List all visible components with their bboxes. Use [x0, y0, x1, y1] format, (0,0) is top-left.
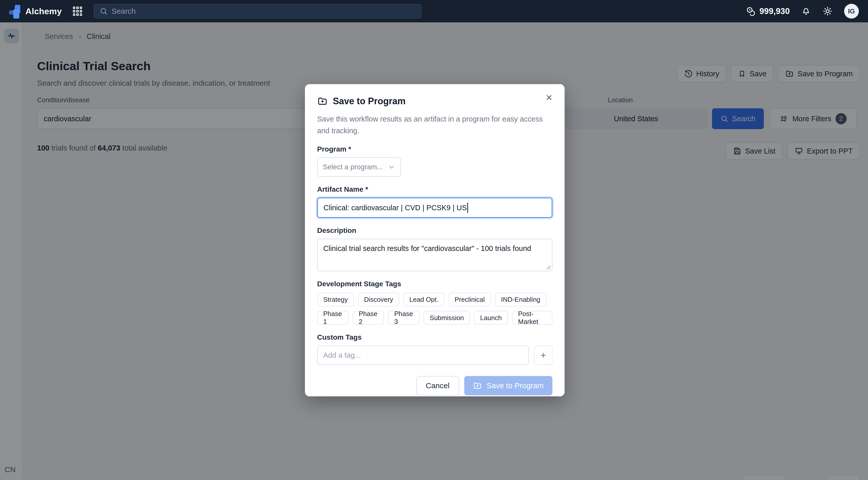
settings-gear-icon[interactable]	[822, 6, 833, 17]
artifact-name-label: Artifact Name *	[317, 185, 552, 193]
stage-tag[interactable]: Submission	[424, 311, 470, 325]
stage-tag[interactable]: Strategy	[317, 293, 354, 306]
close-icon[interactable]	[542, 91, 556, 104]
program-label: Program *	[317, 145, 552, 153]
stage-tags-row-1: StrategyDiscoveryLead Opt.PreclinicalIND…	[317, 293, 552, 306]
stage-tags-label: Development Stage Tags	[317, 280, 552, 288]
custom-tags-label: Custom Tags	[317, 333, 552, 341]
coins-icon	[746, 6, 756, 16]
brand[interactable]: Alchemy	[9, 5, 62, 18]
global-search-input[interactable]	[112, 7, 416, 16]
stage-tag[interactable]: Lead Opt.	[403, 293, 444, 306]
top-bar: Alchemy 999,930 IG	[0, 0, 868, 22]
add-tag-button[interactable]	[534, 346, 552, 365]
description-label: Description	[317, 227, 552, 235]
stage-tag[interactable]: Phase 2	[353, 311, 384, 325]
add-tag-input[interactable]	[317, 346, 529, 365]
modal-description: Save this workflow results as an artifac…	[317, 113, 553, 137]
app-root: Alchemy 999,930 IG	[0, 0, 868, 480]
artifact-name-input[interactable]: Clinical: cardiovascular | CVD | PCSK9 |…	[317, 198, 552, 218]
user-avatar[interactable]: IG	[844, 4, 859, 19]
cancel-button[interactable]: Cancel	[416, 376, 459, 395]
text-cursor	[467, 203, 468, 213]
save-to-program-modal: Save to Program Save this workflow resul…	[305, 84, 565, 396]
stage-tag[interactable]: Launch	[474, 311, 508, 325]
stage-tag[interactable]: IND-Enabling	[495, 293, 547, 306]
stage-tag[interactable]: Phase 3	[388, 311, 420, 325]
add-tag-field[interactable]	[323, 351, 523, 359]
search-icon	[99, 7, 108, 16]
stage-tag[interactable]: Discovery	[358, 293, 399, 306]
stage-tag[interactable]: Phase 1	[317, 311, 349, 325]
stage-tags-row-2: Phase 1Phase 2Phase 3SubmissionLaunchPos…	[317, 311, 552, 325]
credits-counter: 999,930	[746, 6, 790, 16]
alchemy-logo-icon	[9, 5, 21, 18]
apps-grid-icon[interactable]	[72, 6, 83, 17]
modal-title: Save to Program	[333, 96, 406, 107]
chevron-down-icon	[388, 163, 395, 171]
folder-plus-icon	[473, 381, 482, 390]
stage-tag[interactable]: Preclinical	[448, 293, 491, 306]
folder-plus-icon	[317, 96, 328, 107]
notifications-bell-icon[interactable]	[801, 6, 811, 16]
resize-handle[interactable]	[546, 265, 550, 269]
global-search[interactable]	[94, 4, 422, 18]
program-select[interactable]: Select a program...	[317, 157, 401, 177]
modal-save-to-program-button[interactable]: Save to Program	[464, 376, 552, 395]
brand-name: Alchemy	[25, 6, 62, 16]
credits-value: 999,930	[760, 6, 790, 16]
stage-tag[interactable]: Post-Market	[512, 311, 552, 325]
description-textarea[interactable]: Clinical trial search results for "cardi…	[317, 239, 552, 271]
